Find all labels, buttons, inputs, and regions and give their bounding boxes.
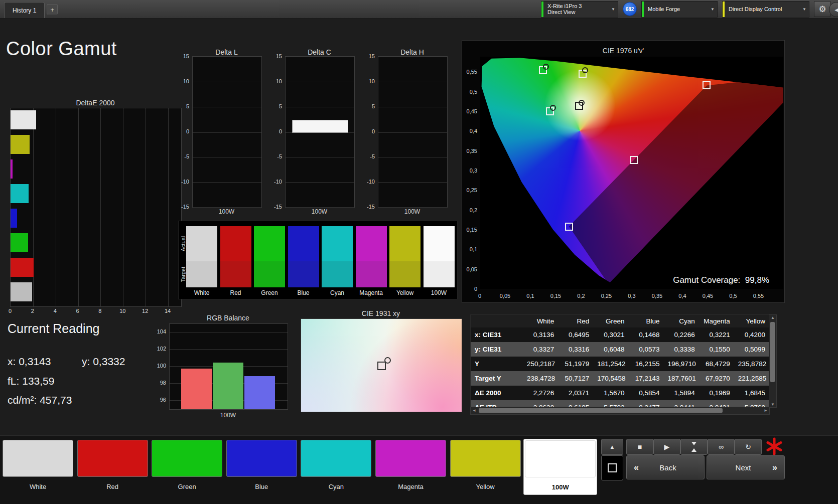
delta-y-tick-label: -5 bbox=[264, 153, 282, 159]
table-vertical-scrollbar[interactable]: ▲ ▼ bbox=[769, 314, 777, 408]
gamut-point-red bbox=[703, 81, 711, 89]
cie76-x-tick-label: 0,3 bbox=[628, 293, 635, 299]
scrollbar-thumb[interactable] bbox=[770, 322, 775, 382]
chevron-down-icon[interactable]: ▼ bbox=[708, 2, 717, 17]
patch-swatch bbox=[375, 440, 446, 477]
back-button[interactable]: « Back bbox=[626, 455, 705, 479]
deltae-bar-blue bbox=[11, 209, 17, 228]
patch-button-cyan[interactable]: Cyan bbox=[300, 439, 372, 494]
deltae-bar-yellow bbox=[11, 135, 30, 154]
table-col-header-cyan: Cyan bbox=[664, 315, 699, 327]
table-cell: 0,1550 bbox=[699, 342, 734, 357]
reading-y-value: 0,3332 bbox=[93, 356, 125, 367]
play-button[interactable]: ▶ bbox=[653, 439, 680, 455]
table-row-label: y: CIE31 bbox=[471, 342, 523, 357]
gridline bbox=[286, 107, 354, 107]
table-cell: 0,3316 bbox=[558, 342, 593, 357]
delta-y-tick-label: 15 bbox=[171, 53, 189, 59]
table-corner-header bbox=[471, 315, 523, 327]
meter-selector[interactable]: X-Rite i1Pro 3 Direct View ▼ bbox=[541, 1, 618, 18]
patch-button-blue[interactable]: Blue bbox=[225, 439, 298, 494]
stop-button[interactable]: ■ bbox=[626, 439, 653, 455]
table-cell: 51,1979 bbox=[558, 357, 593, 371]
table-cell: 5,5702 bbox=[593, 400, 628, 407]
delta-y-tick-label: 0 bbox=[357, 128, 375, 134]
swatch-actual-white bbox=[186, 226, 217, 261]
table-row-label: x: CIE31 bbox=[471, 327, 523, 342]
table-cell: 0,3221 bbox=[699, 327, 734, 342]
chevrons-left-icon: « bbox=[634, 462, 639, 473]
delay-button[interactable] bbox=[680, 439, 708, 455]
source-selector[interactable]: Mobile Forge ▼ bbox=[641, 1, 718, 18]
cie76-title: CIE 1976 u'v' bbox=[462, 47, 784, 55]
scroll-down-arrow-icon[interactable]: ▼ bbox=[771, 402, 775, 407]
cie76-x-tick-label: 0,25 bbox=[601, 293, 612, 299]
chevron-down-icon[interactable]: ▼ bbox=[800, 2, 809, 17]
gridline bbox=[378, 207, 447, 208]
display-control-selector[interactable]: Direct Display Control ▼ bbox=[722, 1, 809, 18]
chevron-down-icon[interactable]: ▼ bbox=[609, 2, 618, 17]
table-cell: 0,3136 bbox=[523, 327, 558, 342]
scroll-right-arrow-icon[interactable]: ► bbox=[764, 408, 768, 413]
swatch-strip: ActualTargetWhiteRedGreenBlueCyanMagenta… bbox=[178, 221, 458, 299]
table-cell: 0,3338 bbox=[664, 342, 699, 357]
patch-button-100w[interactable]: 100W bbox=[523, 439, 597, 495]
delta-x-label: 100W bbox=[378, 208, 447, 215]
patch-label: Red bbox=[76, 483, 149, 490]
scroll-up-arrow-icon[interactable]: ▲ bbox=[771, 315, 775, 320]
add-tab-button[interactable]: + bbox=[47, 4, 58, 15]
patch-label: Yellow bbox=[449, 483, 522, 490]
deltae-x-tick-label: 2 bbox=[31, 308, 34, 314]
deltae-x-tick-label: 8 bbox=[98, 308, 101, 314]
swatch-target-100w bbox=[424, 261, 455, 287]
settings-gear-button[interactable]: ⚙ bbox=[814, 1, 831, 17]
gridline bbox=[170, 332, 288, 332]
patch-label: 100W bbox=[524, 483, 597, 491]
target-point-yellow bbox=[582, 67, 588, 73]
deltae-gridline bbox=[123, 108, 123, 306]
play-icon: ▶ bbox=[664, 443, 670, 451]
patch-button-green[interactable]: Green bbox=[151, 439, 223, 494]
cie76-y-tick-label: 0,25 bbox=[462, 187, 477, 193]
meter-name: X-Rite i1Pro 3 bbox=[547, 3, 605, 9]
patch-label: White bbox=[2, 483, 74, 490]
table-cell: 1,5894 bbox=[664, 386, 699, 400]
refresh-button[interactable]: ↻ bbox=[735, 439, 762, 455]
bottom-bar: WhiteRedGreenBlueCyanMagentaYellow100W ▲… bbox=[0, 435, 838, 504]
patch-button-white[interactable]: White bbox=[2, 439, 74, 494]
patch-button-yellow[interactable]: Yellow bbox=[449, 439, 522, 494]
swatch-row-label-target: Target bbox=[180, 257, 186, 292]
scrollbar-thumb[interactable] bbox=[479, 408, 723, 413]
deltae-bar-magenta bbox=[11, 159, 13, 179]
gridline bbox=[286, 57, 354, 57]
tab-history-1[interactable]: History 1 bbox=[4, 2, 45, 18]
loop-button[interactable]: ∞ bbox=[708, 439, 735, 455]
patch-window-button[interactable] bbox=[601, 455, 623, 480]
swatch-label: 100W bbox=[424, 289, 455, 296]
table-col-header-yellow: Yellow bbox=[734, 315, 769, 327]
calibration-app-window: History 1 + X-Rite i1Pro 3 Direct View ▼… bbox=[0, 0, 838, 504]
scroll-left-arrow-icon[interactable]: ◄ bbox=[472, 408, 476, 413]
gamut-coverage-label: Gamut Coverage: bbox=[673, 275, 740, 285]
delta-y-tick-label: 10 bbox=[264, 78, 282, 84]
patch-button-red[interactable]: Red bbox=[76, 439, 149, 494]
rgb-balance-chart bbox=[169, 323, 288, 410]
table-row-label: Y bbox=[471, 357, 523, 371]
table-cell: 5,8760 bbox=[734, 400, 769, 407]
table-cell: 170,5458 bbox=[593, 371, 628, 386]
display-control-text: Direct Display Control bbox=[725, 2, 800, 17]
reading-cd-value: 457,73 bbox=[40, 394, 72, 406]
table-horizontal-scrollbar[interactable]: ◄ ► bbox=[470, 407, 770, 415]
alert-asterisk-icon[interactable] bbox=[765, 437, 784, 456]
patch-button-magenta[interactable]: Magenta bbox=[374, 439, 447, 494]
patch-size-up-button[interactable]: ▲ bbox=[601, 439, 623, 455]
cie76-x-tick-label: 0,2 bbox=[577, 293, 585, 299]
target-point-green bbox=[543, 64, 549, 70]
table-row-label: ΔE 2000 bbox=[471, 386, 523, 400]
patch-swatch bbox=[3, 440, 73, 477]
swatch-label: Magenta bbox=[356, 289, 387, 296]
next-button[interactable]: Next » bbox=[707, 455, 785, 479]
table-cell: 187,7601 bbox=[664, 371, 699, 386]
delta-chart-delta-l bbox=[192, 56, 262, 208]
meter-mode: Direct View bbox=[547, 9, 605, 15]
